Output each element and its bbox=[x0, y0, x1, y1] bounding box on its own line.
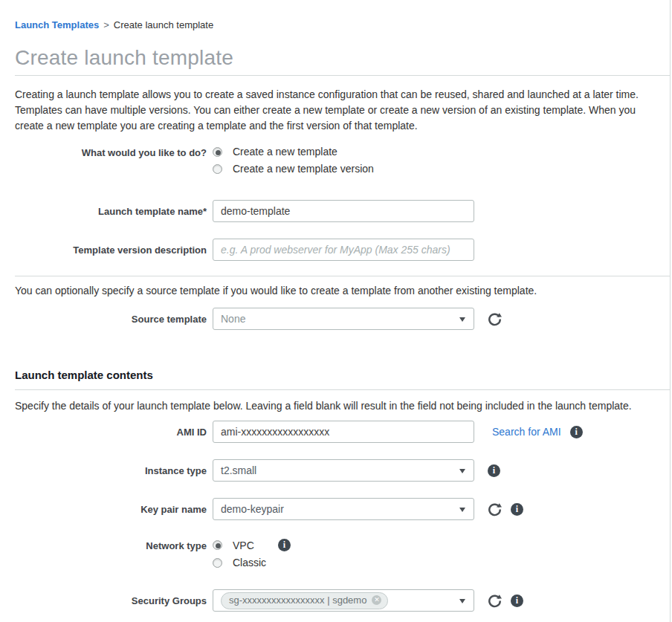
radio-label: Create a new template bbox=[233, 146, 337, 158]
search-for-ami-link[interactable]: Search for AMI bbox=[492, 426, 561, 438]
security-groups-label: Security Groups bbox=[15, 595, 207, 606]
security-group-token-label: sg-xxxxxxxxxxxxxxxxx | sgdemo bbox=[229, 595, 366, 606]
ami-id-input[interactable] bbox=[213, 421, 474, 443]
contents-section-text: Specify the details of your launch templ… bbox=[15, 400, 670, 412]
info-icon[interactable]: i bbox=[511, 595, 523, 607]
key-pair-value: demo-keypair bbox=[221, 503, 284, 515]
intro-text: Creating a launch template allows you to… bbox=[15, 87, 670, 134]
network-type-options: VPC i Classic bbox=[213, 539, 474, 574]
heading-divider bbox=[15, 389, 670, 390]
source-template-label: Source template bbox=[15, 314, 207, 325]
chevron-down-icon bbox=[459, 599, 465, 603]
network-type-row: Network type VPC i Classic bbox=[15, 539, 670, 574]
key-pair-name-label: Key pair name bbox=[15, 504, 207, 515]
launch-template-name-label: Launch template name* bbox=[15, 206, 207, 217]
radio-label: Classic bbox=[233, 557, 266, 568]
source-template-value: None bbox=[221, 313, 245, 325]
radio-vpc[interactable] bbox=[213, 540, 222, 550]
security-groups-row: Security Groups sg-xxxxxxxxxxxxxxxxx | s… bbox=[15, 589, 670, 612]
instance-type-select[interactable]: t2.small bbox=[213, 459, 474, 482]
security-groups-select[interactable]: sg-xxxxxxxxxxxxxxxxx | sgdemo ✕ bbox=[213, 589, 474, 612]
key-pair-select[interactable]: demo-keypair bbox=[213, 498, 474, 520]
launch-template-contents-heading: Launch template contents bbox=[15, 369, 670, 381]
instance-type-row: Instance type t2.small i bbox=[15, 459, 670, 482]
radio-label: VPC bbox=[233, 540, 254, 551]
template-version-description-input[interactable] bbox=[213, 239, 474, 261]
option-classic[interactable]: Classic bbox=[213, 557, 474, 568]
ami-id-row: AMI ID Search for AMI i bbox=[15, 421, 670, 443]
breadcrumb: Launch Templates>Create launch template bbox=[15, 19, 670, 30]
radio-create-new-template-version[interactable] bbox=[213, 164, 222, 174]
chevron-down-icon bbox=[459, 317, 465, 322]
title-divider bbox=[15, 75, 670, 76]
launch-template-name-row: Launch template name* bbox=[15, 200, 670, 222]
remove-token-icon[interactable]: ✕ bbox=[372, 595, 381, 605]
option-create-new-template-version[interactable]: Create a new template version bbox=[213, 163, 474, 175]
security-group-token[interactable]: sg-xxxxxxxxxxxxxxxxx | sgdemo ✕ bbox=[221, 592, 388, 609]
instance-type-label: Instance type bbox=[15, 465, 207, 476]
refresh-icon[interactable] bbox=[488, 594, 502, 608]
info-icon[interactable]: i bbox=[570, 426, 583, 438]
option-vpc[interactable]: VPC i bbox=[213, 539, 474, 551]
section-divider bbox=[15, 276, 670, 276]
what-row: What would you like to do? Create a new … bbox=[15, 146, 670, 180]
refresh-icon[interactable] bbox=[488, 312, 502, 326]
source-template-text: You can optionally specify a source temp… bbox=[15, 285, 670, 297]
create-launch-template-page: Launch Templates>Create launch template … bbox=[0, 0, 671, 622]
template-version-description-label: Template version description bbox=[15, 244, 207, 256]
refresh-icon[interactable] bbox=[488, 502, 502, 516]
page-title: Create launch template bbox=[15, 46, 670, 70]
chevron-down-icon bbox=[459, 508, 465, 512]
breadcrumb-current: Create launch template bbox=[114, 19, 213, 30]
launch-template-name-input[interactable] bbox=[213, 200, 474, 222]
template-version-description-row: Template version description bbox=[15, 239, 670, 261]
key-pair-name-row: Key pair name demo-keypair i bbox=[15, 498, 670, 520]
info-icon[interactable]: i bbox=[511, 503, 523, 516]
source-template-select[interactable]: None bbox=[213, 308, 474, 330]
source-template-row: Source template None bbox=[15, 308, 670, 330]
instance-type-value: t2.small bbox=[221, 464, 256, 476]
chevron-down-icon bbox=[459, 469, 465, 473]
network-type-label: Network type bbox=[15, 540, 207, 551]
info-icon[interactable]: i bbox=[488, 464, 500, 477]
radio-classic[interactable] bbox=[213, 558, 222, 568]
what-label: What would you like to do? bbox=[15, 147, 207, 158]
ami-id-label: AMI ID bbox=[15, 427, 207, 438]
what-options: Create a new template Create a new templ… bbox=[213, 146, 474, 180]
option-create-new-template[interactable]: Create a new template bbox=[213, 146, 474, 158]
radio-label: Create a new template version bbox=[233, 163, 374, 175]
info-icon[interactable]: i bbox=[278, 539, 291, 551]
radio-create-new-template[interactable] bbox=[213, 147, 222, 157]
breadcrumb-link-launch-templates[interactable]: Launch Templates bbox=[15, 19, 99, 30]
breadcrumb-separator: > bbox=[103, 19, 109, 30]
